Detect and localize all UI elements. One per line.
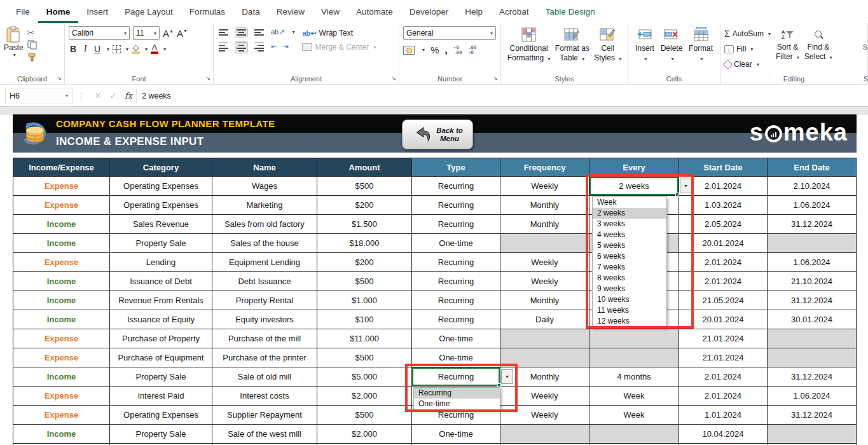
- font-dialog-launcher-icon[interactable]: ↘: [205, 76, 210, 81]
- decrease-indent-button[interactable]: ⇤: [271, 43, 277, 51]
- font-name-select[interactable]: Calibri▾: [69, 26, 130, 40]
- table-cell[interactable]: 2.01.2024: [679, 387, 768, 406]
- paste-button[interactable]: Paste ▾: [4, 26, 24, 73]
- table-cell[interactable]: Revenue From Rentals: [110, 291, 212, 310]
- chevron-down-icon[interactable]: ▾: [126, 46, 128, 52]
- table-cell[interactable]: Monthly: [500, 215, 589, 234]
- table-cell[interactable]: One-time: [412, 234, 500, 253]
- table-cell[interactable]: $100: [317, 310, 412, 329]
- increase-font-size-button[interactable]: A▲: [163, 28, 174, 39]
- chevron-down-icon[interactable]: ▾: [163, 46, 166, 52]
- enter-icon[interactable]: ✓: [106, 91, 121, 100]
- selected-type-cell[interactable]: Recurring: [412, 367, 500, 386]
- cell-styles-button[interactable]: Cell Styles ▾: [594, 27, 621, 73]
- tab-automate[interactable]: Automate: [348, 0, 401, 23]
- tab-view[interactable]: View: [313, 0, 348, 23]
- table-cell[interactable]: Income: [13, 291, 110, 310]
- table-cell[interactable]: Expense: [13, 196, 110, 215]
- table-cell[interactable]: Weekly: [500, 253, 589, 272]
- table-cell[interactable]: Week: [589, 387, 679, 406]
- font-size-select[interactable]: 11▾: [133, 26, 160, 40]
- dropdown-option[interactable]: 3 weeks: [593, 219, 666, 229]
- bold-button[interactable]: B: [69, 44, 78, 54]
- insert-cells-button[interactable]: Insert▾: [635, 27, 654, 73]
- table-cell[interactable]: Monthly: [500, 291, 589, 310]
- comma-style-button[interactable]: ,: [444, 47, 448, 53]
- format-cells-button[interactable]: Format▾: [689, 27, 713, 73]
- wrap-text-button[interactable]: ab↩ Wrap Text: [302, 29, 376, 38]
- table-cell[interactable]: [589, 329, 679, 348]
- accounting-format-button[interactable]: [403, 46, 415, 55]
- clipboard-dialog-launcher-icon[interactable]: ↘: [57, 76, 62, 81]
- table-cell[interactable]: $2.000: [317, 387, 412, 406]
- table-cell[interactable]: Week: [589, 406, 679, 425]
- table-cell[interactable]: Income: [13, 425, 110, 444]
- table-cell[interactable]: One-time: [412, 348, 500, 367]
- table-cell[interactable]: Supplier Repayment: [212, 406, 317, 425]
- chevron-down-icon[interactable]: ▾: [292, 29, 294, 35]
- table-cell[interactable]: [768, 329, 856, 348]
- table-cell[interactable]: 1.06.2024: [768, 253, 856, 272]
- chevron-down-icon[interactable]: ▾: [145, 46, 148, 52]
- table-cell[interactable]: Issuance of Equity: [110, 310, 212, 329]
- table-cell[interactable]: Income: [13, 215, 110, 234]
- table-cell[interactable]: Interest Paid: [110, 387, 212, 406]
- dropdown-option[interactable]: 12 weeks: [593, 316, 666, 327]
- delete-cells-button[interactable]: Delete▾: [661, 27, 683, 73]
- table-cell[interactable]: Recurring: [412, 272, 500, 291]
- table-cell[interactable]: 1.03.2024: [679, 196, 768, 215]
- table-cell[interactable]: Purchase of the printer: [212, 348, 317, 367]
- decrease-font-size-button[interactable]: A▼: [177, 28, 188, 39]
- conditional-formatting-button[interactable]: Conditional Formatting ▾: [507, 27, 551, 73]
- table-cell[interactable]: One-time: [412, 425, 500, 444]
- table-cell[interactable]: $500: [317, 272, 412, 291]
- table-cell[interactable]: 31.12.2024: [768, 291, 856, 310]
- tab-table-design[interactable]: Table Design: [537, 0, 603, 23]
- table-cell[interactable]: 31.12.2024: [768, 215, 856, 234]
- table-cell[interactable]: 21.01.2024: [679, 329, 768, 348]
- number-dialog-launcher-icon[interactable]: ↘: [493, 76, 498, 81]
- table-cell[interactable]: 20.01.2024: [679, 234, 768, 253]
- selected-every-cell[interactable]: 2 weeks: [589, 177, 679, 195]
- cancel-icon[interactable]: ✕: [90, 91, 106, 100]
- tab-acrobat[interactable]: Acrobat: [491, 0, 537, 23]
- table-cell[interactable]: Daily: [500, 310, 589, 329]
- table-cell[interactable]: Monthly: [500, 367, 589, 387]
- table-cell[interactable]: Sale of old mill: [212, 367, 317, 387]
- every-dropdown-button[interactable]: ▼: [680, 179, 692, 193]
- dropdown-option[interactable]: 4 weeks: [593, 229, 666, 240]
- align-center-button[interactable]: [235, 41, 247, 53]
- table-cell[interactable]: 20.01.2024: [679, 310, 768, 329]
- middle-align-button[interactable]: [235, 28, 247, 37]
- table-cell[interactable]: $500: [317, 348, 412, 367]
- table-cell[interactable]: Expense: [13, 329, 110, 348]
- table-cell[interactable]: Wages: [212, 177, 317, 196]
- underline-button[interactable]: U: [93, 44, 102, 54]
- alignment-dialog-launcher-icon[interactable]: ↘: [391, 76, 396, 81]
- tab-data[interactable]: Data: [233, 0, 268, 23]
- fill-color-button[interactable]: ◇: [132, 44, 140, 54]
- table-cell[interactable]: $2.000: [317, 425, 412, 444]
- borders-button[interactable]: [113, 45, 121, 53]
- fill-handle[interactable]: [675, 193, 679, 196]
- table-cell[interactable]: Property Sale: [110, 234, 212, 253]
- table-cell[interactable]: 2.01.2024: [679, 253, 768, 272]
- table-cell[interactable]: Property Sale: [110, 425, 212, 444]
- bottom-align-button[interactable]: [253, 28, 265, 37]
- table-cell[interactable]: 10.04.2024: [679, 425, 768, 444]
- align-left-button[interactable]: [217, 41, 230, 53]
- dropdown-option[interactable]: 11 weeks: [593, 305, 666, 316]
- tab-review[interactable]: Review: [268, 0, 313, 23]
- fill-button[interactable]: ↓ Fill ▾: [724, 43, 771, 55]
- tab-page-layout[interactable]: Page Layout: [116, 0, 181, 23]
- top-align-button[interactable]: [217, 28, 230, 37]
- table-cell[interactable]: Operating Expenses: [110, 406, 212, 425]
- table-cell[interactable]: Purchase of the mill: [212, 329, 317, 348]
- table-cell[interactable]: Property Sale: [110, 367, 212, 387]
- align-right-button[interactable]: [253, 41, 265, 53]
- table-cell[interactable]: [500, 348, 589, 367]
- table-cell[interactable]: Purchase of Property: [110, 329, 212, 348]
- table-cell[interactable]: Weekly: [500, 272, 589, 291]
- table-cell[interactable]: Expense: [13, 177, 110, 196]
- merge-center-button[interactable]: Merge & Center ▾: [302, 43, 376, 51]
